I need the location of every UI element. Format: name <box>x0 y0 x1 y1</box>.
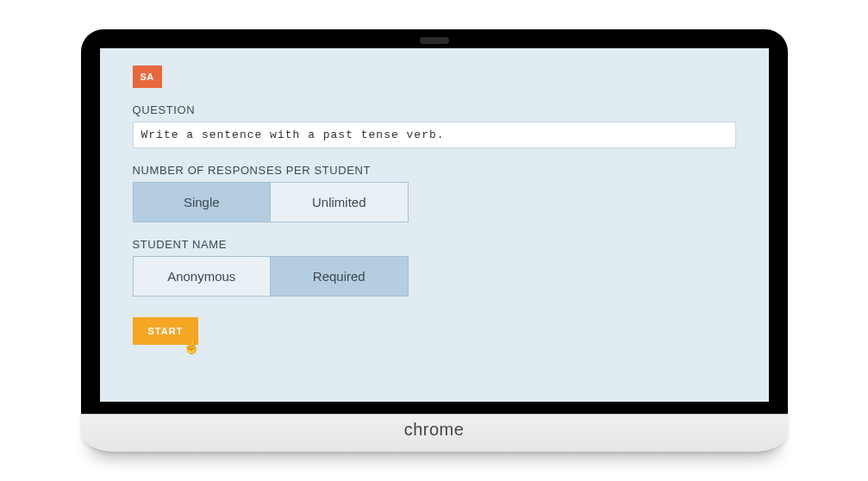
question-type-badge: SA <box>133 66 162 88</box>
camera <box>420 37 449 44</box>
laptop-base: chrome <box>81 414 788 452</box>
responses-toggle: Single Unlimited <box>133 182 409 222</box>
laptop-frame: SA QUESTION NUMBER OF RESPONSES PER STUD… <box>81 29 788 452</box>
bezel: SA QUESTION NUMBER OF RESPONSES PER STUD… <box>81 29 788 414</box>
question-label: QUESTION <box>133 103 736 116</box>
student-name-toggle: Anonymous Required <box>133 256 409 297</box>
chrome-logo: chrome <box>404 420 465 440</box>
student-name-section: STUDENT NAME Anonymous Required <box>133 238 736 297</box>
student-name-label: STUDENT NAME <box>133 238 736 251</box>
start-section: START ☝ <box>133 317 736 345</box>
student-name-option-required[interactable]: Required <box>270 257 408 296</box>
app-screen: SA QUESTION NUMBER OF RESPONSES PER STUD… <box>100 48 769 402</box>
start-button[interactable]: START <box>133 317 199 345</box>
question-input[interactable] <box>133 122 736 148</box>
question-section: QUESTION <box>133 103 736 148</box>
student-name-option-anonymous[interactable]: Anonymous <box>134 257 271 296</box>
responses-label: NUMBER OF RESPONSES PER STUDENT <box>133 164 736 177</box>
responses-option-unlimited[interactable]: Unlimited <box>270 183 408 222</box>
responses-option-single[interactable]: Single <box>134 183 271 222</box>
responses-section: NUMBER OF RESPONSES PER STUDENT Single U… <box>133 164 736 222</box>
